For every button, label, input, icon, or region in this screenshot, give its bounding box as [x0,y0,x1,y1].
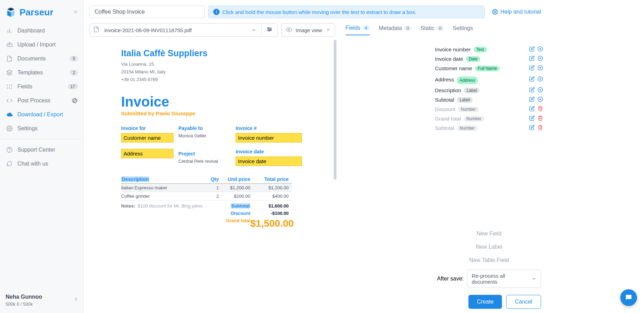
template-title-input[interactable] [89,6,205,18]
delete-field-icon[interactable] [538,87,543,94]
blocked-icon [72,97,78,104]
delete-field-icon[interactable] [538,46,543,53]
svg-point-19 [494,11,496,13]
view-selector[interactable]: Image view [281,23,335,37]
delete-field-icon[interactable] [538,65,543,72]
svg-point-27 [268,28,269,29]
svg-point-28 [270,29,271,30]
svg-point-15 [9,128,10,130]
edit-field-icon[interactable] [529,106,535,112]
edit-field-icon[interactable] [529,76,535,83]
field-row[interactable]: AddressAddress [431,73,547,86]
tab-count: 0 [404,26,412,31]
sidebar-item-post-process[interactable]: Post Process [0,94,83,108]
sidebar-item-dashboard[interactable]: Dashboard [0,24,83,38]
sidebar-item-settings[interactable]: Settings [0,122,83,136]
val-grand-total: $1,500.00 [250,218,289,229]
cancel-button[interactable]: Cancel [506,295,541,309]
new-table-field-button[interactable]: New Table Field [437,254,541,267]
field-row[interactable]: Invoice numberText [431,45,547,54]
svg-point-29 [268,30,269,31]
field-highlight-invoice-date[interactable]: Invoice date [236,156,302,166]
field-type-badge: Date [466,56,480,62]
field-row[interactable]: SubtotalNumber [431,123,547,133]
edit-field-icon[interactable] [529,56,535,62]
code-icon [6,97,13,104]
field-type-badge: Label [464,88,480,93]
svg-line-22 [496,10,497,11]
edit-field-icon[interactable] [529,115,535,122]
new-label-button[interactable]: New Label [437,240,541,254]
help-link[interactable]: Help and tutorial [492,9,541,15]
svg-marker-6 [7,70,12,73]
sidebar-item-download-export[interactable]: Download / Export [0,108,83,122]
tab-settings[interactable]: Settings [453,25,473,35]
tab-static[interactable]: Static 0 [421,25,444,35]
field-row[interactable]: Customer nameFull Name [431,64,547,73]
action-row: Create Cancel [437,295,541,309]
field-row[interactable]: DescriptionLabel [431,86,547,95]
layers-icon [6,69,13,77]
hint-text: Click and hold the mouse button while mo… [222,9,416,15]
delete-field-icon[interactable] [538,76,543,83]
chevron-down-icon [326,27,331,33]
after-save-select[interactable]: Re-process all documents [467,270,541,288]
tab-fields[interactable]: Fields 4 [346,25,370,35]
edit-field-icon[interactable] [529,65,535,72]
file-dropdown-icon[interactable] [246,24,261,36]
field-row[interactable]: DiscountNumber [431,104,547,114]
delete-field-icon[interactable] [538,96,543,103]
field-name: Grand total [435,116,461,122]
field-highlight-address[interactable]: Address [121,149,173,158]
sidebar-item-chat[interactable]: Chat with us [0,157,83,171]
col-qty: Qty [201,176,219,182]
collapse-sidebar-icon[interactable] [73,9,79,16]
scrollbar-vertical[interactable] [334,40,336,313]
delete-field-icon[interactable] [538,115,543,122]
file-filter-icon[interactable] [261,26,277,34]
after-save-label: After save: [437,276,464,282]
tab-label: Fields [346,25,361,31]
field-row[interactable]: Grand totalNumber [431,114,547,123]
field-highlight-customer-name[interactable]: Customer name [121,133,173,143]
eye-icon [286,27,292,34]
delete-field-icon[interactable] [538,125,543,131]
cloud-upload-icon [6,41,13,49]
lifebuoy-icon [492,9,498,15]
tab-metadata[interactable]: Metadata 0 [379,25,411,35]
user-name: Neha Gunnoo [6,294,78,300]
edit-field-icon[interactable] [529,87,535,94]
badge-count: 2 [70,70,78,75]
user-menu-toggle-icon[interactable] [74,297,79,303]
new-field-button[interactable]: New Field [437,227,541,240]
sidebar-item-fields[interactable]: Fields 17 [0,80,83,94]
chevron-down-icon [532,276,536,281]
edit-field-icon[interactable] [529,125,535,131]
line-items-table: Description Qty Unit price Total price I… [121,176,292,201]
sidebar-item-support[interactable]: Support Center [0,143,83,157]
sidebar-item-documents[interactable]: Documents 5 [0,52,83,66]
submitted-by: Submitted by Paolo Giuseppe [121,110,336,116]
field-row[interactable]: Invoice dateDate [431,54,547,64]
sidebar: Parseur Dashboard Upload / Import Docume… [0,0,84,313]
sidebar-item-upload[interactable]: Upload / Import [0,38,83,52]
tab-label: Metadata [379,25,402,31]
sidebar-item-templates[interactable]: Templates 2 [0,66,83,80]
parseur-logo-icon [5,6,17,18]
document-icon [6,55,13,63]
sidebar-item-label: Dashboard [17,28,45,34]
edit-field-icon[interactable] [529,96,535,103]
field-row[interactable]: SubtotalLabel [431,95,547,104]
svg-point-30 [288,29,290,30]
sidebar-footer: Neha Gunnoo 500k 0 / 500k [0,289,83,313]
tab-label: Static [421,25,435,31]
create-button[interactable]: Create [468,295,502,309]
edit-field-icon[interactable] [529,46,535,53]
dashboard-icon [6,27,13,35]
tab-label: Settings [453,25,473,31]
field-highlight-invoice-number[interactable]: Invoice number [236,133,302,143]
document-canvas[interactable]: Italia Caffè Suppliers Via Losanna, 15 2… [88,40,336,313]
delete-field-icon[interactable] [538,56,543,62]
help-label: Help and tutorial [500,9,541,15]
delete-field-icon[interactable] [538,106,543,112]
